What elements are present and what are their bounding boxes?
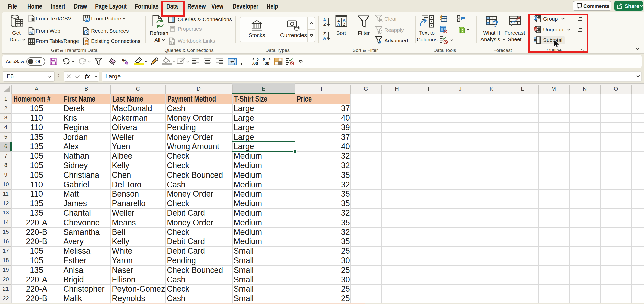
svg-text:A: A xyxy=(343,18,346,22)
svg-text:.00: .00 xyxy=(252,61,258,66)
svg-text:.00: .00 xyxy=(263,61,269,66)
svg-text:?: ? xyxy=(492,19,498,29)
svg-text:0: 0 xyxy=(257,57,259,61)
svg-text:A: A xyxy=(323,18,326,22)
svg-text:Z: Z xyxy=(337,18,340,22)
svg-text:0: 0 xyxy=(263,57,265,61)
svg-text:Z: Z xyxy=(343,22,345,27)
svg-text:A: A xyxy=(337,22,340,27)
svg-text:A: A xyxy=(323,36,326,41)
svg-text:Z: Z xyxy=(323,31,326,36)
svg-text:Z: Z xyxy=(323,22,326,27)
svg-text:J: J xyxy=(462,29,463,32)
